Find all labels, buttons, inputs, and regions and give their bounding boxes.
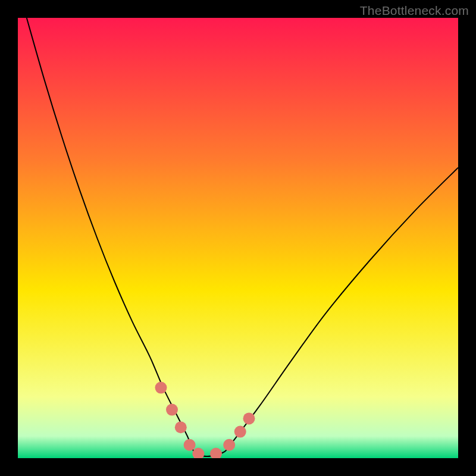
chart-svg bbox=[18, 18, 458, 458]
highlight-marker bbox=[243, 412, 255, 424]
plot-area bbox=[18, 18, 458, 458]
highlight-marker bbox=[166, 404, 178, 416]
highlight-marker bbox=[155, 382, 167, 394]
gradient-background bbox=[18, 18, 458, 458]
highlight-marker bbox=[175, 421, 187, 433]
highlight-marker bbox=[184, 439, 196, 451]
highlight-marker bbox=[234, 426, 246, 438]
chart-frame: TheBottleneck.com bbox=[0, 0, 476, 476]
watermark-text: TheBottleneck.com bbox=[360, 4, 469, 18]
highlight-marker bbox=[223, 439, 235, 451]
